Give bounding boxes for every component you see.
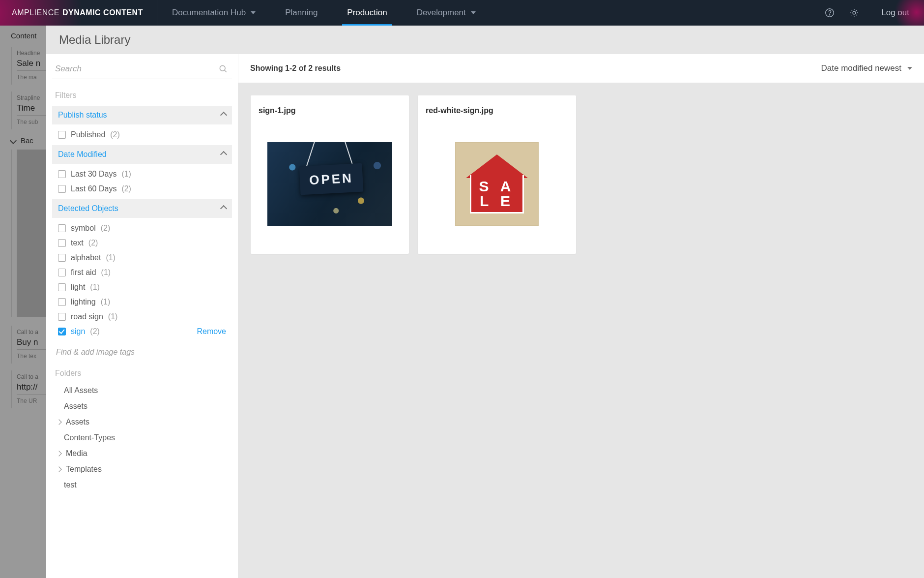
folder-label: Assets bbox=[64, 402, 87, 411]
checkbox-icon bbox=[58, 269, 66, 276]
facet-option-label: Last 60 Days bbox=[71, 184, 116, 193]
facet-option-label: Last 30 Days bbox=[71, 170, 116, 179]
facet-option-symbol[interactable]: symbol (2) bbox=[54, 221, 230, 236]
search-input[interactable] bbox=[52, 59, 232, 79]
checkbox-icon bbox=[58, 170, 66, 178]
folder-label: test bbox=[64, 481, 77, 489]
folder-all-assets[interactable]: All Assets bbox=[53, 383, 231, 398]
nav-label: Production bbox=[347, 8, 387, 18]
checkbox-icon bbox=[58, 254, 66, 262]
checkbox-icon bbox=[58, 224, 66, 232]
facet-date-modified[interactable]: Date Modified bbox=[52, 145, 232, 164]
folder-label: Content-Types bbox=[64, 433, 115, 442]
top-nav: AMPLIENCEDYNAMIC CONTENT Documentation H… bbox=[0, 0, 924, 26]
facet-option-count: (1) bbox=[101, 268, 111, 277]
facet-option-count: (1) bbox=[106, 253, 116, 262]
filters-heading: Filters bbox=[52, 86, 232, 104]
facet-option-published[interactable]: Published (2) bbox=[54, 127, 230, 142]
facet-option-last-60[interactable]: Last 60 Days (2) bbox=[54, 182, 230, 196]
folder-assets-1[interactable]: Assets bbox=[53, 398, 231, 414]
svg-point-1 bbox=[830, 15, 830, 15]
folder-label: Assets bbox=[66, 418, 89, 426]
facet-option-text[interactable]: text (2) bbox=[54, 236, 230, 250]
facet-title: Date Modified bbox=[58, 150, 107, 159]
folder-media[interactable]: Media bbox=[53, 446, 231, 461]
facet-title: Publish status bbox=[58, 111, 107, 120]
checkbox-icon bbox=[58, 239, 66, 247]
folder-content-types[interactable]: Content-Types bbox=[53, 430, 231, 446]
facet-option-label: symbol bbox=[71, 224, 96, 233]
facet-option-light[interactable]: light (1) bbox=[54, 280, 230, 295]
results-toolbar: Showing 1-2 of 2 results Date modified n… bbox=[238, 54, 924, 83]
facet-option-label: road sign bbox=[71, 312, 103, 321]
svg-point-2 bbox=[853, 11, 856, 14]
facet-option-label: light bbox=[71, 283, 85, 292]
folder-label: Templates bbox=[66, 465, 102, 474]
results-grid: sign-1.jpg OPEN red-white-sign.jpg bbox=[238, 83, 924, 267]
brand-part-1: AMPLIENCE bbox=[12, 8, 59, 17]
nav-label: Planning bbox=[285, 8, 318, 18]
facet-option-last-30[interactable]: Last 30 Days (1) bbox=[54, 167, 230, 182]
chevron-down-icon bbox=[907, 67, 912, 70]
asset-card[interactable]: sign-1.jpg OPEN bbox=[251, 95, 409, 254]
remove-filter-link[interactable]: Remove bbox=[197, 327, 226, 336]
facet-option-lighting[interactable]: lighting (1) bbox=[54, 295, 230, 309]
results-count: Showing 1-2 of 2 results bbox=[250, 64, 341, 73]
folder-templates[interactable]: Templates bbox=[53, 461, 231, 477]
facet-option-count: (1) bbox=[101, 298, 111, 306]
facet-option-count: (1) bbox=[108, 312, 118, 321]
open-sign-image: OPEN bbox=[267, 142, 392, 226]
facet-option-count: (1) bbox=[121, 170, 131, 179]
gear-icon[interactable] bbox=[849, 7, 860, 18]
media-library-panel: Media Library Filters Publish status bbox=[46, 26, 924, 578]
asset-thumbnail: S AL E bbox=[426, 122, 568, 246]
checkbox-icon bbox=[58, 298, 66, 306]
chevron-down-icon bbox=[251, 11, 256, 14]
facet-publish-status[interactable]: Publish status bbox=[52, 106, 232, 124]
facet-option-label: sign bbox=[71, 327, 85, 336]
chevron-right-icon bbox=[56, 451, 61, 456]
nav-production[interactable]: Production bbox=[332, 0, 402, 26]
asset-title: red-white-sign.jpg bbox=[426, 106, 568, 115]
checkbox-icon bbox=[58, 313, 66, 321]
folders-heading: Folders bbox=[52, 364, 232, 382]
facet-option-count: (2) bbox=[90, 327, 100, 336]
sort-label: Date modified newest bbox=[821, 63, 901, 73]
nav-label: Development bbox=[417, 8, 466, 18]
facet-title: Detected Objects bbox=[58, 204, 118, 213]
checkbox-icon bbox=[58, 131, 66, 139]
open-sign-text: OPEN bbox=[299, 163, 364, 195]
nav-documentation-hub[interactable]: Documentation Hub bbox=[157, 0, 270, 26]
checkbox-icon bbox=[58, 185, 66, 193]
chevron-up-icon bbox=[220, 112, 227, 119]
chevron-up-icon bbox=[220, 151, 227, 158]
facet-option-first-aid[interactable]: first aid (1) bbox=[54, 265, 230, 280]
asset-title: sign-1.jpg bbox=[259, 106, 401, 115]
facet-option-label: alphabet bbox=[71, 253, 101, 262]
nav-development[interactable]: Development bbox=[402, 0, 491, 26]
facet-option-count: (2) bbox=[88, 239, 98, 247]
help-icon[interactable] bbox=[824, 7, 835, 18]
folder-assets-2[interactable]: Assets bbox=[53, 414, 231, 430]
logout-link[interactable]: Log out bbox=[866, 8, 924, 18]
nav-label: Documentation Hub bbox=[172, 8, 246, 18]
facet-detected-objects[interactable]: Detected Objects bbox=[52, 199, 232, 218]
chevron-down-icon bbox=[471, 11, 476, 14]
facet-option-road-sign[interactable]: road sign (1) bbox=[54, 309, 230, 324]
facet-option-count: (2) bbox=[121, 184, 131, 193]
folder-test[interactable]: test bbox=[53, 477, 231, 493]
facet-option-count: (1) bbox=[90, 283, 100, 292]
tag-search-input[interactable] bbox=[54, 344, 230, 361]
chevron-right-icon bbox=[56, 466, 61, 472]
sort-dropdown[interactable]: Date modified newest bbox=[821, 63, 912, 73]
nav-planning[interactable]: Planning bbox=[270, 0, 332, 26]
facet-option-sign[interactable]: sign (2) Remove bbox=[54, 324, 230, 339]
chevron-up-icon bbox=[220, 205, 227, 212]
facet-option-alphabet[interactable]: alphabet (1) bbox=[54, 250, 230, 265]
asset-card[interactable]: red-white-sign.jpg S AL E bbox=[418, 95, 576, 254]
facet-option-label: lighting bbox=[71, 298, 96, 306]
facet-option-count: (2) bbox=[110, 130, 120, 139]
asset-thumbnail: OPEN bbox=[259, 122, 401, 246]
facet-option-count: (2) bbox=[101, 224, 111, 233]
folder-label: Media bbox=[66, 449, 87, 458]
